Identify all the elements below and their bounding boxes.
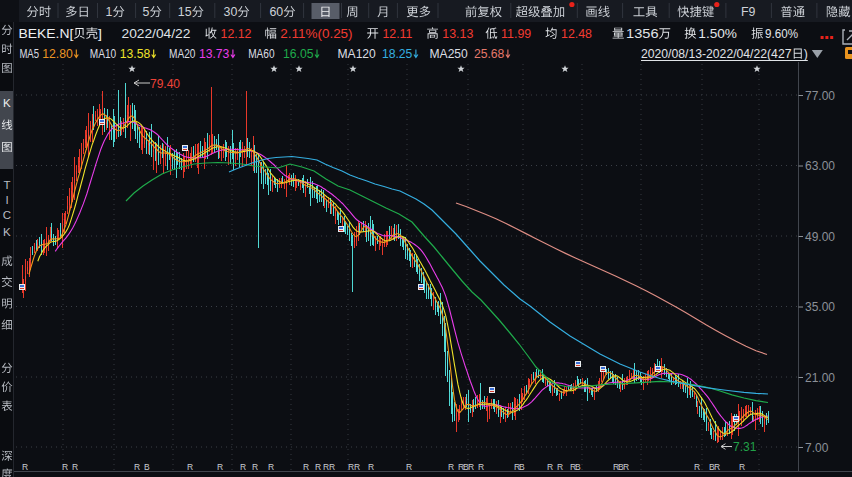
svg-text:2020/08/13-2022/04/22(427: 2020/08/13-2022/04/22(427 — [641, 47, 792, 61]
svg-text:BEKE.N[: BEKE.N[ — [19, 27, 74, 41]
svg-text:7.31: 7.31 — [733, 440, 757, 454]
svg-text:R: R — [478, 462, 484, 472]
svg-text:12.48: 12.48 — [561, 27, 592, 41]
svg-text:13.73: 13.73 — [199, 47, 230, 61]
svg-text:9.60%: 9.60% — [765, 27, 798, 41]
svg-text:13.58: 13.58 — [120, 47, 151, 61]
svg-text:B: B — [575, 462, 581, 472]
svg-text:K: K — [3, 226, 11, 238]
svg-text:1.50%: 1.50% — [698, 27, 737, 41]
svg-text:R: R — [368, 462, 374, 472]
svg-text:MA60: MA60 — [248, 47, 275, 61]
svg-text:R: R — [62, 462, 68, 472]
svg-text:5: 5 — [143, 5, 150, 19]
svg-text:63.00: 63.00 — [805, 159, 835, 173]
svg-text:R: R — [354, 462, 360, 472]
svg-text:2022/04/22: 2022/04/22 — [122, 27, 191, 41]
svg-text:MA250: MA250 — [430, 47, 469, 61]
svg-text:T: T — [3, 179, 10, 191]
svg-text:30: 30 — [224, 5, 238, 19]
svg-text:F9: F9 — [741, 5, 756, 19]
svg-text:16.05: 16.05 — [283, 47, 314, 61]
svg-text:R: R — [448, 462, 454, 472]
svg-text:49.00: 49.00 — [805, 230, 835, 244]
svg-text:K: K — [3, 97, 11, 109]
svg-text:R: R — [468, 462, 474, 472]
svg-text:R: R — [547, 462, 553, 472]
svg-text:R: R — [329, 462, 335, 472]
svg-text:R: R — [134, 462, 140, 472]
svg-text:R: R — [252, 462, 258, 472]
svg-text:I: I — [5, 194, 8, 206]
svg-text:12.12: 12.12 — [221, 27, 252, 41]
svg-text:R: R — [694, 462, 700, 472]
svg-text:]: ] — [98, 27, 102, 41]
svg-text:C: C — [3, 209, 11, 221]
svg-text:77.00: 77.00 — [805, 89, 835, 103]
svg-text:12.11: 12.11 — [382, 27, 412, 41]
svg-text:21.00: 21.00 — [805, 371, 835, 385]
svg-text:): ) — [804, 47, 808, 61]
svg-text:1356: 1356 — [626, 27, 659, 41]
svg-text:B: B — [519, 462, 525, 472]
svg-text:R: R — [714, 462, 720, 472]
svg-text:R: R — [303, 462, 309, 472]
svg-text:35.00: 35.00 — [805, 300, 835, 314]
svg-text:15: 15 — [178, 5, 192, 19]
svg-text:MA20: MA20 — [169, 47, 196, 61]
svg-text:R: R — [315, 462, 321, 472]
svg-text:18.25: 18.25 — [382, 47, 413, 61]
svg-text:MA10: MA10 — [90, 47, 117, 61]
svg-text:60: 60 — [269, 5, 283, 19]
svg-text:R: R — [187, 462, 193, 472]
svg-text:25.68: 25.68 — [474, 47, 505, 61]
svg-text:B: B — [144, 462, 150, 472]
svg-text:13.13: 13.13 — [442, 27, 473, 41]
svg-text:R: R — [406, 462, 412, 472]
svg-text:2.11%(0.25): 2.11%(0.25) — [280, 27, 352, 41]
svg-text:1: 1 — [106, 5, 113, 19]
svg-text:R: R — [217, 462, 223, 472]
svg-text:R: R — [739, 462, 745, 472]
svg-text:R: R — [557, 462, 563, 472]
svg-text:R: R — [268, 462, 274, 472]
svg-text:R: R — [72, 462, 78, 472]
svg-text:79.40: 79.40 — [150, 77, 180, 91]
svg-text:MA120: MA120 — [338, 47, 377, 61]
svg-text:R: R — [22, 462, 28, 472]
svg-text:11.99: 11.99 — [501, 27, 531, 41]
svg-text:7.00: 7.00 — [805, 441, 829, 455]
svg-text:MA5: MA5 — [19, 47, 39, 61]
svg-text:R: R — [240, 462, 246, 472]
svg-text:R: R — [623, 462, 629, 472]
svg-text:12.80: 12.80 — [42, 47, 73, 61]
